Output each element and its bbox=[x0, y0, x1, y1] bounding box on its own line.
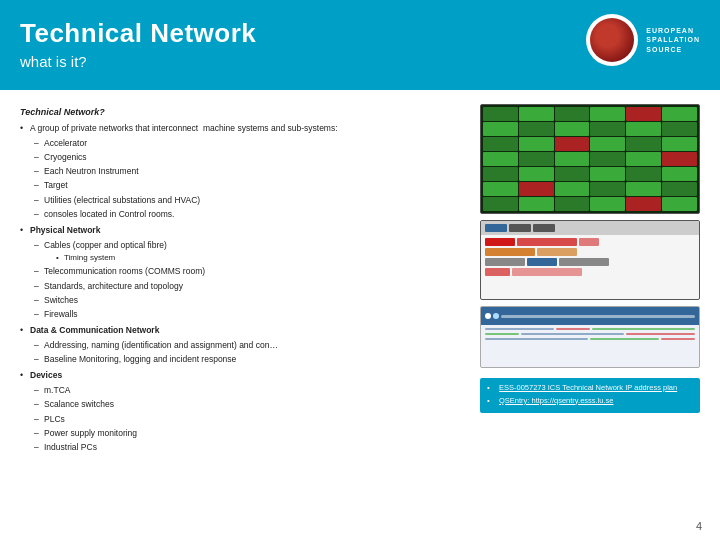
ss-chart-body bbox=[481, 325, 699, 367]
screenshot-bar-panel bbox=[480, 220, 700, 300]
bullet-dot-2: • bbox=[20, 224, 30, 238]
sub-item-3-1: – Addressing, naming (identification and… bbox=[34, 339, 468, 352]
sub-item-3-2: – Baseline Monitoring, logging and incid… bbox=[34, 353, 468, 366]
chart-line-3 bbox=[592, 328, 695, 330]
logo-graphic bbox=[590, 18, 634, 62]
sub-item-label: Firewalls bbox=[44, 308, 78, 321]
ss-wide-header bbox=[481, 307, 699, 325]
sub-item-2-3: – Standards, architecture and topology bbox=[34, 280, 468, 293]
sub-item-label: Target bbox=[44, 179, 68, 192]
sub-item-1-5: – Utilities (electrical substations and … bbox=[34, 194, 468, 207]
ss-nav-bar bbox=[501, 315, 695, 318]
logo-line-1: EUROPEAN bbox=[646, 26, 694, 35]
sub-item-label: Baseline Monitoring, logging and inciden… bbox=[44, 353, 236, 366]
text-column: Technical Network? • A group of private … bbox=[20, 100, 468, 532]
sub-item-4-2: – Scalance switches bbox=[34, 398, 468, 411]
sub-item-4-1: – m.TCA bbox=[34, 384, 468, 397]
bottom-link-1: • ESS-0057273 ICS Technical Network IP a… bbox=[487, 383, 693, 394]
sub-item-label: Addressing, naming (identification and a… bbox=[44, 339, 278, 352]
sub-item-label: Telecommunication rooms (COMMS room) bbox=[44, 265, 205, 278]
chart-line-9 bbox=[661, 338, 695, 340]
sub-item-2-2: – Telecommunication rooms (COMMS room) bbox=[34, 265, 468, 278]
sub-sub-list: • Timing system bbox=[44, 252, 167, 264]
link-bullet-2: • bbox=[487, 396, 495, 405]
sub-item-1-2: – Cryogenics bbox=[34, 151, 468, 164]
bullet2-text: Physical Network bbox=[30, 224, 468, 237]
sub-item-label: Utilities (electrical substations and HV… bbox=[44, 194, 200, 207]
sub-item-label: Scalance switches bbox=[44, 398, 114, 411]
sub-item-label: PLCs bbox=[44, 413, 65, 426]
sub-item-label: Accelerator bbox=[44, 137, 87, 150]
bullet1-text: A group of private networks that interco… bbox=[30, 122, 468, 135]
bottom-link-2: • QSEntry: https://qsentry.esss.lu.se bbox=[487, 396, 693, 407]
bullet-dot-1: • bbox=[20, 122, 30, 136]
chart-line-1 bbox=[485, 328, 554, 330]
chart-line-8 bbox=[590, 338, 659, 340]
sub-item-4-3: – PLCs bbox=[34, 413, 468, 426]
sub-item-label: Industrial PCs bbox=[44, 441, 97, 454]
logo-line-3: SOURCE bbox=[646, 45, 682, 54]
screenshots-column: • ESS-0057273 ICS Technical Network IP a… bbox=[480, 100, 700, 532]
chart-line-2 bbox=[556, 328, 590, 330]
link-text-1: ESS-0057273 ICS Technical Network IP add… bbox=[499, 383, 677, 394]
link-text-2: QSEntry: https://qsentry.esss.lu.se bbox=[499, 396, 614, 407]
link-bullet-1: • bbox=[487, 383, 495, 392]
sub-item-label: Power supply monitoring bbox=[44, 427, 137, 440]
sub-item-label: Cryogenics bbox=[44, 151, 87, 164]
bullet-dot-4: • bbox=[20, 369, 30, 383]
sub-item-label: consoles located in Control rooms. bbox=[44, 208, 174, 221]
sub-item-1-6: – consoles located in Control rooms. bbox=[34, 208, 468, 221]
sub-item-label: m.TCA bbox=[44, 384, 70, 397]
sub-item-2-1: – Cables (copper and optical fibre) • Ti… bbox=[34, 239, 468, 265]
ss-dot-1 bbox=[485, 313, 491, 319]
logo-line-2: SPALLATION bbox=[646, 35, 700, 44]
chart-line-5 bbox=[521, 333, 624, 335]
bullet3-text: Data & Communication Network bbox=[30, 324, 468, 337]
sub-item-label: Each Neutron Instrument bbox=[44, 165, 139, 178]
bullet4: • Devices bbox=[20, 369, 468, 383]
page-number: 4 bbox=[696, 520, 702, 532]
main-content: Technical Network? • A group of private … bbox=[0, 90, 720, 540]
bullet3: • Data & Communication Network bbox=[20, 324, 468, 338]
screenshot-line-chart bbox=[480, 306, 700, 368]
bottom-links-box: • ESS-0057273 ICS Technical Network IP a… bbox=[480, 378, 700, 413]
bullet-dot-3: • bbox=[20, 324, 30, 338]
sub-list-1: – Accelerator – Cryogenics – Each Neutro… bbox=[20, 137, 468, 221]
sub-list-4: – m.TCA – Scalance switches – PLCs – Pow… bbox=[20, 384, 468, 454]
logo-text: EUROPEAN SPALLATION SOURCE bbox=[646, 26, 700, 53]
chart-line-6 bbox=[626, 333, 695, 335]
chart-line-7 bbox=[485, 338, 588, 340]
sub-sub-item: • Timing system bbox=[56, 252, 167, 264]
sub-item-4-4: – Power supply monitoring bbox=[34, 427, 468, 440]
sub-item-label: Cables (copper and optical fibre) bbox=[44, 240, 167, 250]
bullet2: • Physical Network bbox=[20, 224, 468, 238]
bullet4-text: Devices bbox=[30, 369, 468, 382]
ss-dot-2 bbox=[493, 313, 499, 319]
sub-item-4-5: – Industrial PCs bbox=[34, 441, 468, 454]
logo-area: EUROPEAN SPALLATION SOURCE bbox=[586, 14, 700, 66]
sub-item-2-5: – Firewalls bbox=[34, 308, 468, 321]
sub-item-1-4: – Target bbox=[34, 179, 468, 192]
section1-heading: Technical Network? bbox=[20, 106, 468, 120]
sub-item-2-4: – Switches bbox=[34, 294, 468, 307]
sub-item-1-1: – Accelerator bbox=[34, 137, 468, 150]
sub-list-3: – Addressing, naming (identification and… bbox=[20, 339, 468, 366]
sub-list-2: – Cables (copper and optical fibre) • Ti… bbox=[20, 239, 468, 321]
bullet1: • A group of private networks that inter… bbox=[20, 122, 468, 136]
sub-item-label: Switches bbox=[44, 294, 78, 307]
sub-item-label: Standards, architecture and topology bbox=[44, 280, 183, 293]
sub-item-1-3: – Each Neutron Instrument bbox=[34, 165, 468, 178]
page-header: Technical Network what is it? EUROPEAN S… bbox=[0, 0, 720, 90]
chart-line-4 bbox=[485, 333, 519, 335]
logo-circle bbox=[586, 14, 638, 66]
screenshot-green-matrix bbox=[480, 104, 700, 214]
